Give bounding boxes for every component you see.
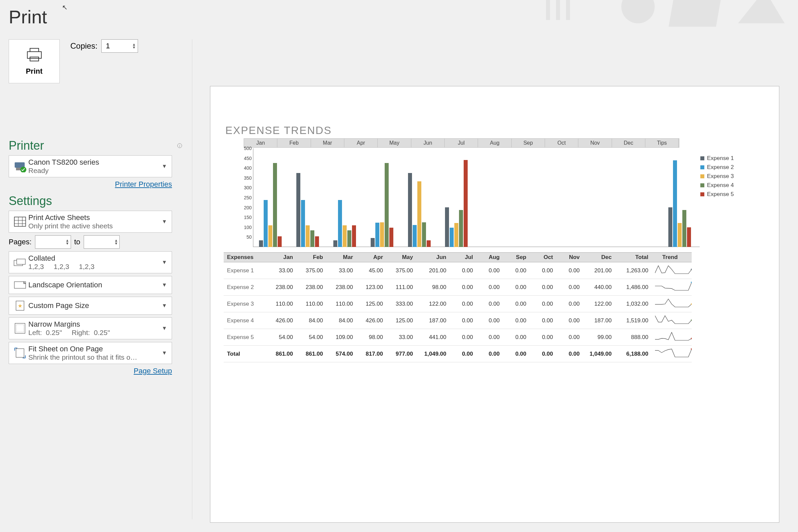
bar <box>264 200 268 247</box>
page-setup-link[interactable]: Page Setup <box>134 367 172 375</box>
table-cell: 110.00 <box>293 296 323 312</box>
page-size-icon: ★ <box>12 300 28 311</box>
legend-swatch <box>700 156 704 160</box>
cursor-icon: ↖ <box>62 3 68 11</box>
bar <box>687 227 691 247</box>
margins-dropdown[interactable]: Narrow Margins Left: 0.25" Right: 0.25" … <box>9 317 172 339</box>
table-cell: 109.00 <box>323 329 353 346</box>
table-cell: 0.00 <box>446 296 473 312</box>
pages-to-input[interactable]: ▲▼ <box>84 235 120 249</box>
table-header: May <box>383 253 413 262</box>
chart-title: EXPENSE TRENDS <box>225 124 332 137</box>
page-size-dropdown[interactable]: ★ Custom Page Size ▼ <box>9 297 172 315</box>
print-button[interactable]: Print <box>9 39 60 83</box>
pages-from-input[interactable]: ▲▼ <box>35 235 71 249</box>
table-cell: 0.00 <box>473 329 500 346</box>
bar <box>682 210 686 247</box>
table-cell: 0.00 <box>553 296 580 312</box>
bar <box>673 160 677 247</box>
info-icon[interactable]: i <box>177 143 182 148</box>
svg-point-29 <box>691 348 692 350</box>
table-cell: 0.00 <box>446 329 473 346</box>
collation-dropdown[interactable]: Collated 1,2,3 1,2,3 1,2,3 ▼ <box>9 251 172 273</box>
chevron-down-icon: ▼ <box>160 303 169 309</box>
table-cell: 0.00 <box>446 279 473 296</box>
y-tick: 300 <box>237 185 252 190</box>
sparkline-cell <box>648 329 692 346</box>
table-total-row: Total861.00861.00574.00817.00977.001,049… <box>224 346 692 362</box>
table-cell: 111.00 <box>383 279 413 296</box>
chevron-down-icon: ▼ <box>160 259 169 265</box>
table-cell: 375.00 <box>293 262 323 279</box>
table-cell: 0.00 <box>500 262 526 279</box>
table-cell: 0.00 <box>553 346 580 362</box>
bar <box>338 200 342 247</box>
copies-spinner[interactable]: ▲▼ <box>132 43 136 49</box>
panel-divider <box>192 39 192 519</box>
month-header: May <box>378 139 411 147</box>
bar <box>408 173 412 247</box>
table-cell: 33.00 <box>323 262 353 279</box>
table-cell: 0.00 <box>553 329 580 346</box>
copies-input[interactable]: 1 ▲▼ <box>101 39 138 53</box>
table-cell: 375.00 <box>383 262 413 279</box>
printer-name: Canon TS8200 series <box>28 158 160 167</box>
page-size-title: Custom Page Size <box>28 301 160 310</box>
legend-label: Expense 4 <box>707 182 734 189</box>
table-cell: 1,263.00 <box>612 262 648 279</box>
month-header-row: JanFebMarAprMayJunJulAugSepOctNovDecTips <box>244 138 679 148</box>
scaling-dropdown[interactable]: Fit Sheet on One Page Shrink the printou… <box>9 342 172 364</box>
table-header: Total <box>612 253 648 262</box>
table-cell: 125.00 <box>353 296 383 312</box>
printer-properties-link[interactable]: Printer Properties <box>115 180 172 188</box>
table-cell: 98.00 <box>413 279 446 296</box>
legend-label: Expense 3 <box>707 173 734 180</box>
table-cell: 0.00 <box>553 312 580 329</box>
svg-rect-23 <box>16 349 24 357</box>
svg-text:★: ★ <box>18 303 22 309</box>
month-header: Aug <box>478 139 511 147</box>
svg-rect-1 <box>668 0 722 27</box>
table-cell: 0.00 <box>526 312 553 329</box>
table-cell: 84.00 <box>323 312 353 329</box>
sheets-icon <box>12 216 28 227</box>
month-header: Jul <box>445 139 478 147</box>
legend-item: Expense 3 <box>700 173 734 180</box>
bar <box>668 207 672 247</box>
table-cell: 238.00 <box>293 279 323 296</box>
row-label: Expense 3 <box>224 296 263 312</box>
table-cell: 0.00 <box>473 262 500 279</box>
month-header: Sep <box>512 139 545 147</box>
table-cell: 0.00 <box>500 346 526 362</box>
table-header: Nov <box>553 253 580 262</box>
orientation-title: Landscape Orientation <box>28 281 160 289</box>
expense-chart: 50100150200250300350400450500 <box>234 148 700 247</box>
table-cell: 861.00 <box>263 346 293 362</box>
landscape-icon <box>12 280 28 290</box>
printer-status: Ready <box>28 167 160 175</box>
table-row: Expense 4426.0084.0084.00426.00125.00187… <box>224 312 692 329</box>
row-label: Expense 2 <box>224 279 263 296</box>
sparkline-cell <box>648 296 692 312</box>
table-cell: 426.00 <box>263 312 293 329</box>
orientation-dropdown[interactable]: Landscape Orientation ▼ <box>9 276 172 294</box>
bar <box>333 240 337 247</box>
legend-label: Expense 5 <box>707 191 734 198</box>
row-label: Expense 1 <box>224 262 263 279</box>
collation-title: Collated <box>28 254 160 263</box>
printer-dropdown[interactable]: Canon TS8200 series Ready ▼ <box>9 155 172 177</box>
bar <box>315 236 319 247</box>
print-what-dropdown[interactable]: Print Active Sheets Only print the activ… <box>9 211 172 233</box>
table-cell: 0.00 <box>526 296 553 312</box>
row-label: Expense 5 <box>224 329 263 346</box>
table-cell: 977.00 <box>383 346 413 362</box>
legend-item: Expense 5 <box>700 191 734 198</box>
table-cell: 45.00 <box>353 262 383 279</box>
bar <box>273 163 277 247</box>
sparkline-cell <box>648 262 692 279</box>
svg-rect-17 <box>17 259 25 264</box>
row-label: Total <box>224 346 263 362</box>
y-tick: 350 <box>237 175 252 180</box>
table-cell: 98.00 <box>353 329 383 346</box>
table-cell: 0.00 <box>500 279 526 296</box>
